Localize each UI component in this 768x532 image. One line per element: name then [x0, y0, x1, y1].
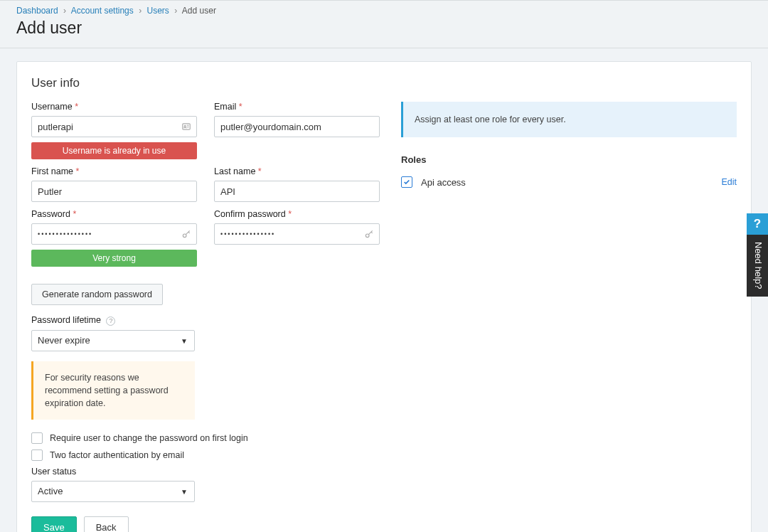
two-factor-checkbox[interactable]	[31, 449, 43, 461]
need-help-tab[interactable]: Need help?	[747, 235, 768, 297]
help-icon[interactable]: ?	[106, 316, 115, 326]
generate-password-button[interactable]: Generate random password	[31, 284, 163, 305]
confirm-password-label: Confirm password *	[214, 209, 380, 219]
svg-point-4	[183, 234, 186, 238]
lastname-label: Last name *	[214, 166, 380, 176]
password-lifetime-note: For security reasons we recommend settin…	[31, 361, 195, 420]
page-title: Add user	[16, 18, 752, 38]
email-label: Email *	[214, 102, 380, 112]
require-password-change-checkbox[interactable]	[31, 432, 43, 444]
firstname-label: First name *	[31, 166, 197, 176]
confirm-password-input[interactable]	[214, 223, 380, 245]
chevron-right-icon: ›	[63, 6, 66, 16]
username-label: Username *	[31, 102, 197, 112]
username-error-badge: Username is already in use	[31, 142, 197, 159]
firstname-input[interactable]	[31, 181, 197, 202]
breadcrumb-account-settings[interactable]: Account settings	[71, 6, 134, 16]
password-input[interactable]	[31, 223, 197, 245]
role-row: Api access Edit	[401, 176, 737, 188]
password-strength-badge: Very strong	[31, 250, 197, 267]
section-title: User info	[31, 76, 737, 90]
key-icon	[181, 229, 191, 239]
svg-rect-0	[183, 124, 191, 129]
breadcrumb-users[interactable]: Users	[146, 6, 169, 16]
breadcrumb-current: Add user	[182, 6, 216, 16]
password-lifetime-label: Password lifetime ?	[31, 315, 380, 326]
role-api-access-checkbox[interactable]	[401, 176, 412, 188]
username-input[interactable]	[31, 116, 197, 137]
back-button[interactable]: Back	[84, 516, 129, 532]
user-info-panel: User info Username * Username is already…	[16, 61, 752, 532]
roles-heading: Roles	[401, 154, 737, 165]
help-widget: ? Need help?	[747, 213, 768, 297]
key-icon	[364, 229, 374, 239]
chevron-right-icon: ›	[139, 6, 142, 16]
role-name: Api access	[421, 177, 713, 188]
chevron-right-icon: ›	[174, 6, 177, 16]
lastname-input[interactable]	[214, 181, 380, 202]
email-input[interactable]	[214, 116, 380, 137]
user-status-select[interactable]: Active	[31, 481, 195, 502]
breadcrumb-dashboard[interactable]: Dashboard	[16, 6, 58, 16]
header-bar: Dashboard › Account settings › Users › A…	[0, 0, 768, 48]
role-assignment-banner: Assign at least one role for every user.	[401, 102, 737, 137]
help-question-icon[interactable]: ?	[747, 213, 768, 235]
breadcrumb: Dashboard › Account settings › Users › A…	[16, 6, 752, 16]
password-lifetime-select[interactable]: Never expire	[31, 330, 195, 351]
svg-point-5	[366, 234, 369, 238]
two-factor-label: Two factor authentication by email	[50, 450, 184, 460]
svg-point-1	[184, 125, 186, 127]
require-password-change-label: Require user to change the password on f…	[50, 433, 248, 443]
user-status-label: User status	[31, 467, 380, 477]
role-edit-link[interactable]: Edit	[721, 177, 737, 187]
password-label: Password *	[31, 209, 197, 219]
save-button[interactable]: Save	[31, 516, 77, 532]
id-card-icon	[181, 122, 191, 132]
